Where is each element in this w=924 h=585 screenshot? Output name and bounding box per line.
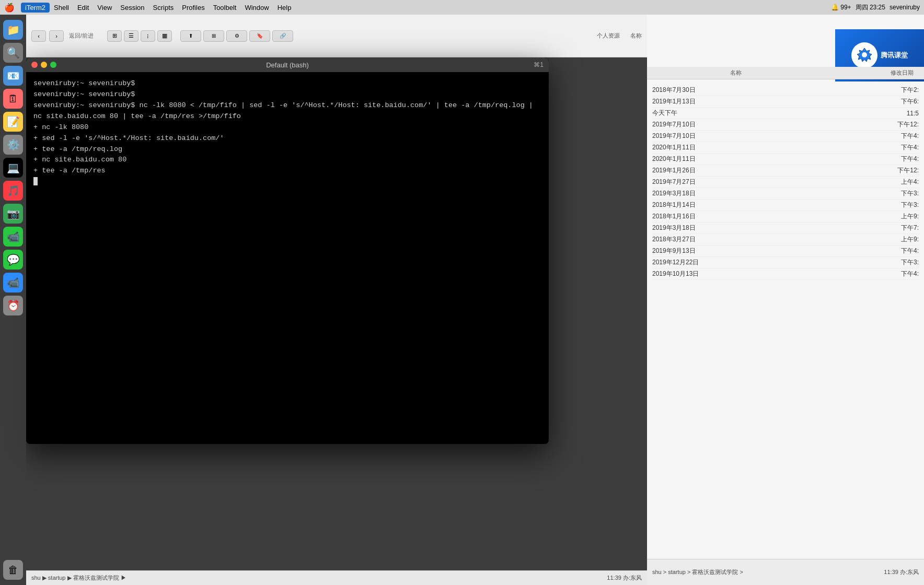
bottom-time-left: 11:39 办:东风	[607, 574, 642, 582]
date-item-mod: 下午6:	[831, 97, 919, 106]
date-item-mod: 下午4:	[831, 247, 919, 255]
finder-connect[interactable]: 🔗	[272, 30, 293, 42]
dock-settings[interactable]: ⚙️	[3, 135, 23, 155]
dock-spotlight[interactable]: 🔍	[3, 43, 23, 63]
date-list-item[interactable]: 今天下午 11:5	[652, 108, 919, 119]
date-list-item[interactable]: 2018年7月30日 下午2:	[652, 85, 919, 96]
menubar: 🍎 iTerm2 Shell Edit View Session Scripts…	[0, 0, 924, 15]
menu-view[interactable]: View	[93, 3, 116, 13]
date-list-item[interactable]: 2019年1月13日 下午6:	[652, 96, 919, 108]
menu-profiles[interactable]: Profiles	[178, 3, 209, 13]
finder-view-columns[interactable]: ⫶	[141, 30, 155, 42]
term-line-3: seveniruby:~ seveniruby$ nc -lk 8080 < /…	[33, 100, 541, 122]
date-item-name: 2019年10月13日	[652, 270, 827, 278]
finder-action[interactable]: ⚙	[226, 30, 247, 42]
finder-view-list[interactable]: ☰	[124, 30, 138, 42]
date-item-mod: 下午12:	[831, 120, 919, 129]
date-item-name: 2019年12月22日	[652, 258, 827, 267]
cursor-block	[33, 177, 38, 185]
term-line-5: + sed -l -e 's/^Host.*/Host: site.baidu.…	[33, 133, 541, 144]
dock: 📁 🔍 📧 🗓 📝 ⚙️ 💻 🎵 📷 📹 💬 📹 ⏰ 🗑	[0, 15, 26, 585]
date-list-item[interactable]: 2019年1月26日 下午12:	[652, 165, 919, 177]
finder-back[interactable]: ‹	[31, 30, 46, 42]
date-list-item[interactable]: 2019年12月22日 下午3:	[652, 257, 919, 268]
date-list-item[interactable]: 2019年7月27日 上午4:	[652, 177, 919, 188]
menu-shell[interactable]: Shell	[50, 3, 73, 13]
dock-facetime[interactable]: 📹	[3, 227, 23, 247]
window-title: Default (bash)	[266, 61, 309, 69]
finder-view-icons[interactable]: ⊞	[107, 30, 122, 42]
term-line-6: + tee -a /tmp/req.log	[33, 144, 541, 155]
bottom-time: 11:39 办:东风	[884, 568, 919, 576]
date-item-name: 2020年1月11日	[652, 143, 827, 152]
date-list-item[interactable]: 2019年3月18日 下午3:	[652, 188, 919, 200]
menu-window[interactable]: Window	[240, 3, 273, 13]
date-list: 2018年7月30日 下午2: 2019年1月13日 下午6: 今天下午 11:…	[647, 83, 924, 282]
date-list-item[interactable]: 2019年3月18日 下午7:	[652, 223, 919, 234]
maximize-button[interactable]	[50, 62, 56, 68]
menu-toolbelt[interactable]: Toolbelt	[209, 3, 241, 13]
date-list-item[interactable]: 2019年7月10日 下午12:	[652, 119, 919, 131]
date-list-item[interactable]: 2019年10月13日 下午4:	[652, 268, 919, 280]
finder-nav-label: 返回/前进	[69, 32, 94, 40]
dock-calendar[interactable]: 🗓	[3, 89, 23, 109]
right-panel-column-headers: 名称 修改日期	[647, 67, 924, 79]
minimize-button[interactable]	[41, 62, 47, 68]
date-list-item[interactable]: 2018年1月16日 上午9:	[652, 211, 919, 223]
datetime: 周四 23:25	[856, 3, 885, 12]
finder-group[interactable]: ⊞	[203, 30, 224, 42]
date-list-item[interactable]: 2020年1月11日 下午4:	[652, 142, 919, 154]
finder-forward[interactable]: ›	[49, 30, 64, 42]
finder-share[interactable]: ⬆	[180, 30, 201, 42]
date-item-mod: 下午3:	[831, 201, 919, 209]
finder-view-gallery[interactable]: ▦	[157, 30, 172, 42]
iterm-titlebar: Default (bash) ⌘1	[26, 57, 549, 72]
dock-zoom[interactable]: 📹	[3, 273, 23, 292]
dock-clock[interactable]: ⏰	[3, 296, 23, 315]
date-item-name: 2019年7月27日	[652, 178, 827, 186]
date-item-name: 2019年3月18日	[652, 189, 827, 198]
finder-bookmark[interactable]: 🔖	[249, 30, 270, 42]
term-line-1: seveniruby:~ seveniruby$	[33, 78, 541, 89]
dock-music[interactable]: 🎵	[3, 181, 23, 201]
date-item-mod: 下午4:	[831, 270, 919, 278]
menu-iterm2[interactable]: iTerm2	[21, 3, 50, 13]
term-line-cursor	[33, 177, 541, 188]
apple-menu[interactable]: 🍎	[4, 3, 15, 13]
dock-terminal[interactable]: 💻	[3, 158, 23, 178]
right-panel-bottom: shu > startup > 霍格沃兹测试学院 > 11:39 办:东风	[647, 559, 924, 585]
date-list-item[interactable]: 2019年9月13日 下午4:	[652, 245, 919, 257]
menu-scripts[interactable]: Scripts	[149, 3, 178, 13]
menubar-right: 🔔 99+ 周四 23:25 seveniruby	[831, 3, 920, 12]
date-list-item[interactable]: 2020年1月11日 下午4:	[652, 154, 919, 165]
date-item-name: 2019年1月13日	[652, 97, 827, 106]
close-button[interactable]	[31, 62, 38, 68]
date-item-name: 2018年1月14日	[652, 201, 827, 209]
svg-point-1	[862, 52, 867, 57]
terminal-content[interactable]: seveniruby:~ seveniruby$ seveniruby:~ se…	[26, 72, 549, 444]
date-item-name: 2020年1月11日	[652, 155, 827, 163]
date-item-name: 2018年1月16日	[652, 212, 827, 221]
dock-mail[interactable]: 📧	[3, 66, 23, 86]
date-item-mod: 上午4:	[831, 178, 919, 186]
date-item-name: 今天下午	[652, 109, 827, 118]
dock-messages[interactable]: 💬	[3, 250, 23, 270]
right-panel: 腾讯课堂 名称 修改日期 2018年7月30日 下午2: 2019年1月13日 …	[647, 15, 924, 585]
date-list-item[interactable]: 2018年3月27日 上午9:	[652, 234, 919, 245]
term-line-2: seveniruby:~ seveniruby$	[33, 89, 541, 100]
dock-finder[interactable]: 📁	[3, 20, 23, 40]
date-item-mod: 下午4:	[831, 132, 919, 141]
menu-help[interactable]: Help	[273, 3, 296, 13]
date-item-mod: 下午3:	[831, 189, 919, 198]
date-list-item[interactable]: 2019年7月10日 下午4:	[652, 131, 919, 142]
dock-photos[interactable]: 📷	[3, 204, 23, 224]
dock-trash[interactable]: 🗑	[3, 560, 23, 580]
menu-session[interactable]: Session	[116, 3, 148, 13]
dock-notes[interactable]: 📝	[3, 112, 23, 132]
notification-badge[interactable]: 🔔 99+	[831, 4, 851, 11]
tencent-icon	[855, 46, 874, 65]
date-item-mod: 上午9:	[831, 235, 919, 244]
menu-edit[interactable]: Edit	[73, 3, 93, 13]
date-list-item[interactable]: 2018年1月14日 下午3:	[652, 200, 919, 211]
traffic-lights	[31, 62, 56, 68]
